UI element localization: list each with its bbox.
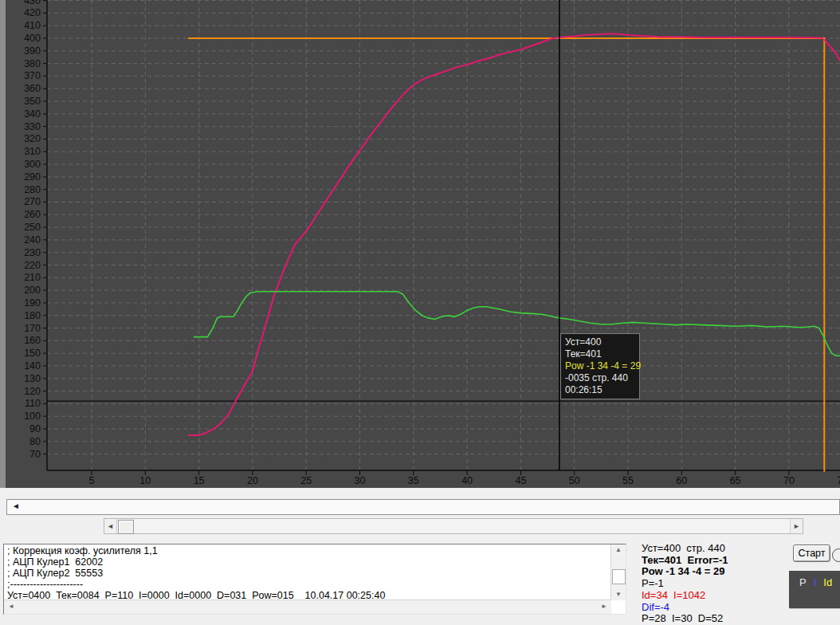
series-power: [194, 292, 840, 356]
svg-text:340: 340: [24, 108, 41, 120]
chart-canvas[interactable]: 5101520253035404550556065707543042041040…: [6, 0, 840, 488]
svg-text:160: 160: [24, 335, 41, 346]
svg-text:220: 220: [24, 260, 41, 271]
log-scroll-left-icon[interactable]: ◄: [6, 600, 17, 614]
svg-text:330: 330: [24, 121, 41, 132]
svg-text:80: 80: [29, 436, 41, 447]
log-line: ; Коррекция коэф. усилителя 1,1: [7, 545, 610, 556]
svg-text:260: 260: [24, 209, 41, 220]
svg-text:90: 90: [29, 423, 41, 434]
pid-legend-items: PIId: [789, 571, 840, 588]
chart-panel: 5101520253035404550556065707543042041040…: [6, 0, 840, 488]
start-button[interactable]: Старт: [793, 544, 830, 562]
svg-text:190: 190: [24, 297, 41, 309]
svg-text:65: 65: [730, 475, 741, 486]
svg-text:380: 380: [24, 58, 41, 69]
legend-item: I: [814, 576, 817, 588]
svg-text:430: 430: [24, 0, 41, 6]
svg-text:60: 60: [676, 475, 687, 486]
log-line: Уст=0400 Тек=0084 P=110 I=0000 Id=0000 D…: [7, 590, 610, 599]
chart-trackbar[interactable]: ◄: [6, 499, 840, 515]
log-line: ;----------------------: [7, 579, 610, 590]
series-setpoint: [188, 38, 824, 472]
tooltip-line: -0035 стр. 440: [565, 372, 635, 384]
svg-text:35: 35: [408, 475, 419, 486]
svg-text:55: 55: [622, 475, 634, 486]
tooltip-line: Pow -1 34 -4 = 29: [565, 360, 635, 372]
status-line: Тек=401 Error=-1: [642, 555, 728, 567]
svg-text:310: 310: [24, 146, 41, 157]
svg-text:420: 420: [24, 7, 41, 18]
svg-text:15: 15: [194, 475, 205, 486]
svg-text:100: 100: [24, 411, 41, 422]
svg-text:180: 180: [24, 310, 41, 321]
svg-text:50: 50: [569, 475, 580, 486]
svg-text:200: 200: [24, 285, 41, 296]
svg-text:10: 10: [139, 475, 151, 486]
svg-text:110: 110: [25, 398, 41, 409]
series-temperature: [188, 34, 840, 435]
window-left-edge: [0, 0, 6, 488]
svg-text:290: 290: [24, 171, 41, 183]
pid-legend: PIId: [789, 571, 840, 608]
svg-text:20: 20: [247, 475, 258, 486]
svg-text:140: 140: [24, 360, 41, 371]
indicator-circle: [832, 548, 840, 562]
svg-text:280: 280: [24, 184, 41, 195]
tooltip-line: Тек=401: [565, 348, 635, 360]
svg-text:70: 70: [783, 475, 795, 486]
svg-text:250: 250: [24, 222, 41, 233]
trackbar-thumb-icon[interactable]: ◄: [12, 501, 20, 510]
svg-text:70: 70: [29, 449, 41, 460]
svg-text:170: 170: [24, 323, 41, 334]
svg-text:360: 360: [24, 83, 41, 94]
tooltip-line: Уст=400: [565, 336, 635, 348]
legend-item: P: [799, 576, 807, 588]
status-readout: Уст=400 стр. 440Тек=401 Error=-1Pow -1 3…: [642, 543, 728, 625]
chart-tooltip: Уст=400Тек=401Pow -1 34 -4 = 29-0035 стр…: [560, 333, 640, 399]
log-scroll-down-icon[interactable]: ▼: [611, 589, 626, 600]
svg-text:45: 45: [515, 475, 526, 486]
log-line: ; АЦП Кулер1 62002: [7, 556, 610, 568]
status-line: Id=34 I=1042: [642, 590, 728, 602]
log-vscroll-thumb[interactable]: [612, 569, 626, 584]
log-scroll-up-icon[interactable]: ▲: [611, 544, 626, 556]
status-line: P=-1: [642, 578, 728, 590]
log-hscrollbar[interactable]: ◄ ►: [4, 599, 611, 614]
legend-item: Id: [823, 576, 832, 588]
svg-text:75: 75: [837, 475, 840, 486]
log-vscrollbar[interactable]: ▲ ▼: [610, 544, 626, 600]
svg-text:230: 230: [24, 247, 41, 258]
log-scroll-right-icon[interactable]: ►: [599, 600, 610, 614]
svg-text:320: 320: [24, 133, 41, 144]
svg-text:400: 400: [24, 33, 41, 44]
svg-text:120: 120: [24, 386, 41, 397]
svg-text:390: 390: [24, 45, 41, 57]
log-text[interactable]: ; Коррекция коэф. усилителя 1,1; АЦП Кул…: [7, 545, 610, 599]
tooltip-line: 00:26:15: [565, 384, 635, 396]
status-line: P=28 I=30 D=52: [642, 613, 728, 625]
svg-text:370: 370: [24, 70, 41, 81]
svg-text:240: 240: [24, 234, 41, 246]
status-line: Pow -1 34 -4 = 29: [642, 566, 728, 578]
svg-text:270: 270: [24, 196, 41, 207]
status-line: Dif=-4: [642, 602, 728, 614]
chart-hscrollbar[interactable]: ◄ ►: [104, 518, 803, 534]
status-line: Уст=400 стр. 440: [642, 543, 728, 555]
log-memo[interactable]: ; Коррекция коэф. усилителя 1,1; АЦП Кул…: [3, 544, 626, 615]
scroll-left-icon[interactable]: ◄: [104, 519, 117, 533]
scroll-right-icon[interactable]: ►: [790, 519, 803, 533]
svg-text:410: 410: [24, 20, 41, 31]
svg-text:25: 25: [300, 475, 312, 486]
svg-text:210: 210: [24, 272, 41, 283]
log-line: ; АЦП Кулер2 55553: [7, 568, 610, 579]
svg-text:300: 300: [24, 159, 41, 170]
scrollbar-thumb[interactable]: [118, 520, 134, 534]
svg-text:130: 130: [24, 373, 41, 384]
svg-text:350: 350: [24, 96, 41, 107]
svg-text:40: 40: [461, 475, 473, 486]
svg-text:30: 30: [355, 475, 366, 486]
svg-text:150: 150: [24, 348, 41, 359]
svg-text:5: 5: [89, 475, 95, 486]
